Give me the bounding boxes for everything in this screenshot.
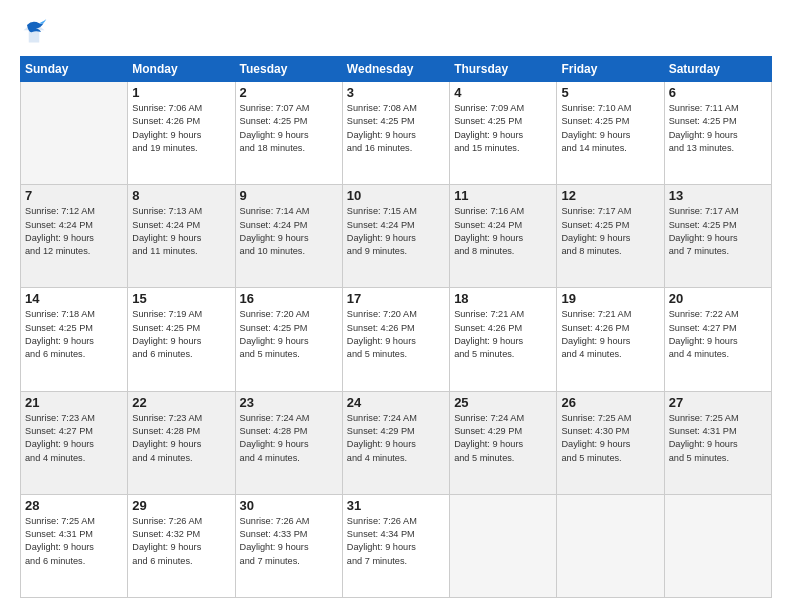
day-number: 24 — [347, 395, 445, 410]
calendar-cell: 11Sunrise: 7:16 AM Sunset: 4:24 PM Dayli… — [450, 185, 557, 288]
calendar-cell: 30Sunrise: 7:26 AM Sunset: 4:33 PM Dayli… — [235, 494, 342, 597]
calendar-cell: 27Sunrise: 7:25 AM Sunset: 4:31 PM Dayli… — [664, 391, 771, 494]
day-number: 11 — [454, 188, 552, 203]
calendar-cell: 12Sunrise: 7:17 AM Sunset: 4:25 PM Dayli… — [557, 185, 664, 288]
day-info: Sunrise: 7:16 AM Sunset: 4:24 PM Dayligh… — [454, 205, 552, 258]
day-number: 9 — [240, 188, 338, 203]
day-number: 15 — [132, 291, 230, 306]
day-info: Sunrise: 7:25 AM Sunset: 4:31 PM Dayligh… — [25, 515, 123, 568]
calendar-cell: 5Sunrise: 7:10 AM Sunset: 4:25 PM Daylig… — [557, 82, 664, 185]
day-number: 17 — [347, 291, 445, 306]
calendar-cell: 22Sunrise: 7:23 AM Sunset: 4:28 PM Dayli… — [128, 391, 235, 494]
calendar-cell: 18Sunrise: 7:21 AM Sunset: 4:26 PM Dayli… — [450, 288, 557, 391]
day-info: Sunrise: 7:25 AM Sunset: 4:31 PM Dayligh… — [669, 412, 767, 465]
day-number: 4 — [454, 85, 552, 100]
calendar-cell: 23Sunrise: 7:24 AM Sunset: 4:28 PM Dayli… — [235, 391, 342, 494]
calendar-cell: 7Sunrise: 7:12 AM Sunset: 4:24 PM Daylig… — [21, 185, 128, 288]
calendar-cell — [450, 494, 557, 597]
calendar-cell: 19Sunrise: 7:21 AM Sunset: 4:26 PM Dayli… — [557, 288, 664, 391]
day-info: Sunrise: 7:18 AM Sunset: 4:25 PM Dayligh… — [25, 308, 123, 361]
day-number: 28 — [25, 498, 123, 513]
day-info: Sunrise: 7:21 AM Sunset: 4:26 PM Dayligh… — [561, 308, 659, 361]
weekday-header-monday: Monday — [128, 57, 235, 82]
day-number: 12 — [561, 188, 659, 203]
day-info: Sunrise: 7:23 AM Sunset: 4:27 PM Dayligh… — [25, 412, 123, 465]
calendar-week-4: 21Sunrise: 7:23 AM Sunset: 4:27 PM Dayli… — [21, 391, 772, 494]
day-info: Sunrise: 7:11 AM Sunset: 4:25 PM Dayligh… — [669, 102, 767, 155]
weekday-header-tuesday: Tuesday — [235, 57, 342, 82]
day-number: 6 — [669, 85, 767, 100]
calendar-cell — [557, 494, 664, 597]
day-info: Sunrise: 7:24 AM Sunset: 4:29 PM Dayligh… — [454, 412, 552, 465]
calendar-cell: 26Sunrise: 7:25 AM Sunset: 4:30 PM Dayli… — [557, 391, 664, 494]
calendar-cell: 3Sunrise: 7:08 AM Sunset: 4:25 PM Daylig… — [342, 82, 449, 185]
logo-bird-icon — [20, 18, 48, 46]
day-info: Sunrise: 7:17 AM Sunset: 4:25 PM Dayligh… — [669, 205, 767, 258]
calendar-cell — [21, 82, 128, 185]
logo — [20, 18, 52, 46]
day-number: 19 — [561, 291, 659, 306]
calendar-cell: 14Sunrise: 7:18 AM Sunset: 4:25 PM Dayli… — [21, 288, 128, 391]
weekday-header-saturday: Saturday — [664, 57, 771, 82]
day-info: Sunrise: 7:06 AM Sunset: 4:26 PM Dayligh… — [132, 102, 230, 155]
day-number: 16 — [240, 291, 338, 306]
calendar-cell: 13Sunrise: 7:17 AM Sunset: 4:25 PM Dayli… — [664, 185, 771, 288]
day-info: Sunrise: 7:14 AM Sunset: 4:24 PM Dayligh… — [240, 205, 338, 258]
calendar-cell: 8Sunrise: 7:13 AM Sunset: 4:24 PM Daylig… — [128, 185, 235, 288]
calendar-cell: 21Sunrise: 7:23 AM Sunset: 4:27 PM Dayli… — [21, 391, 128, 494]
calendar-cell: 9Sunrise: 7:14 AM Sunset: 4:24 PM Daylig… — [235, 185, 342, 288]
day-number: 21 — [25, 395, 123, 410]
day-number: 14 — [25, 291, 123, 306]
day-info: Sunrise: 7:24 AM Sunset: 4:29 PM Dayligh… — [347, 412, 445, 465]
calendar-cell: 28Sunrise: 7:25 AM Sunset: 4:31 PM Dayli… — [21, 494, 128, 597]
calendar-week-5: 28Sunrise: 7:25 AM Sunset: 4:31 PM Dayli… — [21, 494, 772, 597]
calendar-cell: 6Sunrise: 7:11 AM Sunset: 4:25 PM Daylig… — [664, 82, 771, 185]
day-number: 22 — [132, 395, 230, 410]
day-number: 20 — [669, 291, 767, 306]
day-number: 3 — [347, 85, 445, 100]
weekday-header-thursday: Thursday — [450, 57, 557, 82]
day-info: Sunrise: 7:26 AM Sunset: 4:32 PM Dayligh… — [132, 515, 230, 568]
day-number: 23 — [240, 395, 338, 410]
weekday-header-friday: Friday — [557, 57, 664, 82]
day-number: 29 — [132, 498, 230, 513]
calendar-week-3: 14Sunrise: 7:18 AM Sunset: 4:25 PM Dayli… — [21, 288, 772, 391]
calendar-cell: 4Sunrise: 7:09 AM Sunset: 4:25 PM Daylig… — [450, 82, 557, 185]
day-info: Sunrise: 7:12 AM Sunset: 4:24 PM Dayligh… — [25, 205, 123, 258]
day-info: Sunrise: 7:26 AM Sunset: 4:34 PM Dayligh… — [347, 515, 445, 568]
day-info: Sunrise: 7:09 AM Sunset: 4:25 PM Dayligh… — [454, 102, 552, 155]
day-info: Sunrise: 7:19 AM Sunset: 4:25 PM Dayligh… — [132, 308, 230, 361]
calendar-table: SundayMondayTuesdayWednesdayThursdayFrid… — [20, 56, 772, 598]
day-number: 2 — [240, 85, 338, 100]
day-info: Sunrise: 7:20 AM Sunset: 4:25 PM Dayligh… — [240, 308, 338, 361]
weekday-header-row: SundayMondayTuesdayWednesdayThursdayFrid… — [21, 57, 772, 82]
day-info: Sunrise: 7:24 AM Sunset: 4:28 PM Dayligh… — [240, 412, 338, 465]
weekday-header-sunday: Sunday — [21, 57, 128, 82]
calendar-cell: 17Sunrise: 7:20 AM Sunset: 4:26 PM Dayli… — [342, 288, 449, 391]
day-info: Sunrise: 7:10 AM Sunset: 4:25 PM Dayligh… — [561, 102, 659, 155]
day-info: Sunrise: 7:17 AM Sunset: 4:25 PM Dayligh… — [561, 205, 659, 258]
calendar-cell: 1Sunrise: 7:06 AM Sunset: 4:26 PM Daylig… — [128, 82, 235, 185]
day-number: 18 — [454, 291, 552, 306]
day-info: Sunrise: 7:25 AM Sunset: 4:30 PM Dayligh… — [561, 412, 659, 465]
calendar-cell: 2Sunrise: 7:07 AM Sunset: 4:25 PM Daylig… — [235, 82, 342, 185]
calendar-cell: 24Sunrise: 7:24 AM Sunset: 4:29 PM Dayli… — [342, 391, 449, 494]
day-info: Sunrise: 7:07 AM Sunset: 4:25 PM Dayligh… — [240, 102, 338, 155]
calendar-cell: 15Sunrise: 7:19 AM Sunset: 4:25 PM Dayli… — [128, 288, 235, 391]
day-number: 25 — [454, 395, 552, 410]
day-info: Sunrise: 7:15 AM Sunset: 4:24 PM Dayligh… — [347, 205, 445, 258]
calendar-cell: 10Sunrise: 7:15 AM Sunset: 4:24 PM Dayli… — [342, 185, 449, 288]
day-number: 31 — [347, 498, 445, 513]
day-info: Sunrise: 7:26 AM Sunset: 4:33 PM Dayligh… — [240, 515, 338, 568]
day-info: Sunrise: 7:13 AM Sunset: 4:24 PM Dayligh… — [132, 205, 230, 258]
calendar-cell: 31Sunrise: 7:26 AM Sunset: 4:34 PM Dayli… — [342, 494, 449, 597]
calendar-cell: 20Sunrise: 7:22 AM Sunset: 4:27 PM Dayli… — [664, 288, 771, 391]
day-number: 1 — [132, 85, 230, 100]
day-info: Sunrise: 7:21 AM Sunset: 4:26 PM Dayligh… — [454, 308, 552, 361]
day-number: 7 — [25, 188, 123, 203]
calendar-cell: 29Sunrise: 7:26 AM Sunset: 4:32 PM Dayli… — [128, 494, 235, 597]
day-info: Sunrise: 7:08 AM Sunset: 4:25 PM Dayligh… — [347, 102, 445, 155]
calendar-week-2: 7Sunrise: 7:12 AM Sunset: 4:24 PM Daylig… — [21, 185, 772, 288]
day-number: 26 — [561, 395, 659, 410]
page-header — [20, 18, 772, 46]
